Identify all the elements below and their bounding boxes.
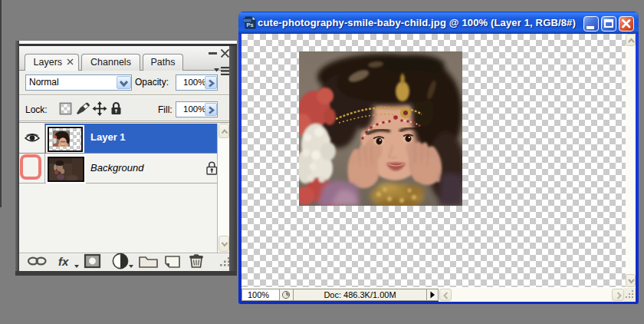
svg-text:fx: fx — [58, 255, 69, 268]
svg-text:Ps: Ps — [247, 21, 254, 28]
